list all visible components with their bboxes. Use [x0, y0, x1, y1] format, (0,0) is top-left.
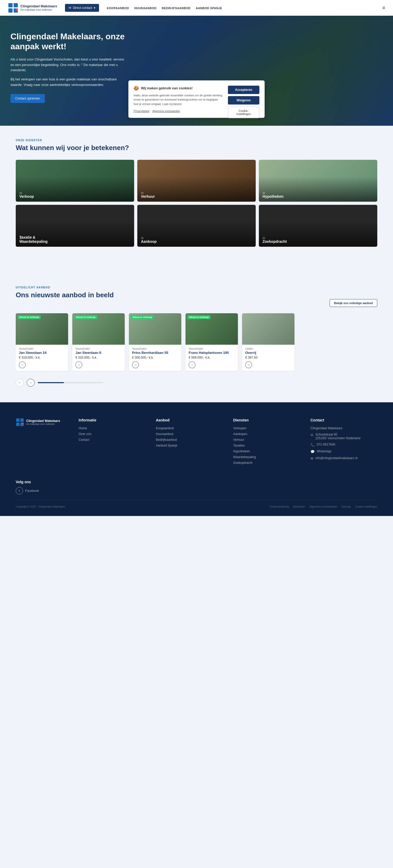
nav-koopaanbod[interactable]: Koopaanbod — [107, 6, 129, 10]
footer-link-verhuur[interactable]: Verhuur — [233, 438, 300, 442]
footer-link-huuraanbod[interactable]: Huuraanbod — [156, 432, 223, 436]
footer-contact-company: Clingendael Makelaars — [310, 426, 377, 430]
listing-street: Overrij — [245, 351, 291, 354]
facebook-icon: f — [16, 487, 23, 495]
listing-card-3[interactable]: Nieuw in verkoop Voorschoten Prins Bernh… — [129, 313, 181, 371]
cookie-reject-button[interactable]: Weigeren — [228, 96, 260, 104]
footer-phone-item[interactable]: 📞 071-5817640 — [310, 443, 377, 447]
footer-whatsapp: WhatsApp — [317, 450, 331, 453]
footer-link-waardebepaling[interactable]: Waardebepaling — [233, 455, 300, 459]
listing-image-2: Nieuw in verkoop — [72, 313, 125, 345]
listing-city: Leiden — [245, 347, 291, 350]
footer-disclaimer[interactable]: Disclaimer — [293, 505, 305, 508]
listing-arrow-button[interactable]: → — [19, 362, 26, 368]
footer-link-aanbod-spanje[interactable]: Aanbod Spanje — [156, 444, 223, 447]
terms-link[interactable]: Algemene voorwaarden — [152, 110, 180, 113]
hamburger-menu[interactable]: ≡ — [382, 5, 385, 11]
nav-bedrijfsaanbod[interactable]: Bedrijfsaanbod — [162, 6, 190, 10]
facebook-link[interactable]: f Facebook — [16, 487, 39, 495]
listing-card-5[interactable]: Leiden Overrij € 397.50 → — [242, 313, 295, 371]
hero-content: Clingendael Makelaars, onze aanpak werkt… — [0, 16, 136, 119]
svg-rect-0 — [8, 3, 12, 7]
footer-aanbod-list: Koopaanbod Huuraanbod Bedrijfsaanbod Aan… — [156, 426, 223, 447]
listings-header: Uitgelicht Aanbod Ons nieuwste aanbod in… — [16, 286, 377, 307]
footer-link-taxaties[interactable]: Taxaties — [233, 444, 300, 447]
view-all-button[interactable]: Bekijk ons volledige aanbod — [330, 299, 377, 307]
listing-badge: Nieuw in verkoop — [74, 315, 97, 319]
footer-whatsapp-item[interactable]: 💬 WhatsApp — [310, 450, 377, 454]
cookie-actions: Accepteren Weigeren Cookie-instellingen — [228, 86, 260, 118]
listing-street: Frans Halsplantsoen 195 — [189, 351, 235, 354]
service-card-hypotheken[interactable]: Hypotheken ⊙ — [259, 160, 377, 202]
footer-contact-title: Contact — [310, 418, 377, 422]
footer-link-bedrijfsaanbod[interactable]: Bedrijfsaanbod — [156, 438, 223, 442]
service-card-verhuur[interactable]: Verhuur ⊙ — [137, 160, 256, 202]
footer-link-over-ons[interactable]: Over ons — [79, 432, 145, 436]
footer-contact-address-item: ⊙ Schoolstraat 95 22518G Voorschoten Ned… — [310, 433, 377, 440]
carousel-prev-button[interactable]: ← — [16, 379, 24, 386]
listings-scroll: Nieuw in verkoop Voorschoten Jan Steenla… — [16, 313, 377, 373]
listing-arrow-button[interactable]: → — [132, 362, 139, 368]
listing-card-2[interactable]: Nieuw in verkoop Voorschoten Jan Steenla… — [72, 313, 125, 371]
service-card-label: Taxatie &Waardebepaling — [20, 235, 48, 244]
cookie-settings-button[interactable]: Cookie-instellingen — [228, 106, 260, 118]
circle-icon: ⊙ — [263, 191, 265, 195]
listing-badge: Nieuw in verkoop — [131, 315, 154, 319]
hero-cta-button[interactable]: Contact opnemen — [10, 94, 45, 103]
svg-rect-4 — [16, 8, 18, 10]
nav-aanbod-spanje[interactable]: Aanbod Spanje — [196, 6, 222, 10]
footer-bottom-links: Cookieverklaring Disclaimer Algemene voo… — [269, 505, 377, 508]
service-card-zoekopdracht[interactable]: Zoekopdracht ⊙ — [259, 205, 377, 247]
footer-aanbod-title: Aanbod — [156, 418, 223, 422]
listing-info-1: Voorschoten Jan Steenlaan 24 € 319.000,-… — [16, 345, 68, 371]
service-card-label: Aankoop — [141, 239, 157, 244]
service-card-aankoop[interactable]: Aankoop ⊙ — [137, 205, 256, 247]
footer-link-aankopen[interactable]: Aankopen — [233, 432, 300, 436]
footer-link-contact[interactable]: Contact — [79, 438, 145, 442]
listing-arrow-button[interactable]: → — [75, 362, 82, 368]
listing-info-3: Voorschoten Prins Bernhardlaan 55 € 300.… — [129, 345, 181, 371]
listing-image-1: Nieuw in verkoop — [16, 313, 68, 345]
direct-contact-button[interactable]: ✉ Direct contact ▾ — [65, 4, 99, 12]
footer-cookieverklaring[interactable]: Cookieverklaring — [269, 505, 289, 508]
footer-email-item[interactable]: ✉ info@clingendaelmakelaars.nl — [310, 456, 377, 461]
service-card-taxatie[interactable]: Taxatie &Waardebepaling ⊙ — [16, 205, 134, 247]
footer-algemene-voorwaarden[interactable]: Algemene voorwaarden — [309, 505, 337, 508]
listing-street: Jan Steenlaan 24 — [19, 351, 65, 354]
services-label: Onze Diensten — [16, 139, 377, 142]
footer-brand: Clingendael Makelaars De makelaar voor i… — [16, 418, 68, 467]
service-card-verkoop[interactable]: Verkoop ⊙ — [16, 160, 134, 202]
whatsapp-icon: 💬 — [310, 450, 315, 454]
footer-contact-company-name: Clingendael Makelaars — [310, 426, 342, 430]
listing-arrow-button[interactable]: → — [245, 362, 252, 368]
carousel-next-button[interactable]: → — [27, 379, 35, 386]
footer-link-zoekopdracht[interactable]: Zoekopdracht — [233, 461, 300, 465]
footer-tagline: De makelaar voor iedereen — [26, 423, 60, 425]
footer-cookie-instellingen[interactable]: Cookie-instellingen — [355, 505, 377, 508]
circle-icon: ⊙ — [141, 191, 144, 195]
footer-link-koopaanbod[interactable]: Koopaanbod — [156, 426, 223, 430]
svg-rect-8 — [21, 418, 24, 422]
listing-arrow-button[interactable]: → — [189, 362, 195, 368]
facebook-label: Facebook — [25, 489, 39, 493]
footer-link-verkopen[interactable]: Verkopen — [233, 426, 300, 430]
cookie-accept-button[interactable]: Accepteren — [228, 86, 260, 94]
social-section: Volg ons f Facebook — [16, 480, 377, 495]
privacy-link[interactable]: Privacybeleid — [133, 110, 149, 113]
listing-city: Voorschoten — [132, 347, 178, 350]
footer-sitemap[interactable]: Sitemap — [341, 505, 351, 508]
service-card-overlay — [137, 160, 256, 202]
logo[interactable]: Clingendael Makelaars De makelaar voor i… — [8, 3, 57, 13]
location-icon: ⊙ — [310, 433, 313, 437]
svg-rect-1 — [13, 3, 18, 7]
listing-card-1[interactable]: Nieuw in verkoop Voorschoten Jan Steenla… — [16, 313, 68, 371]
footer-col-contact: Contact Clingendael Makelaars ⊙ Schoolst… — [310, 418, 377, 467]
footer-link-home[interactable]: Home — [79, 426, 145, 430]
services-title: Wat kunnen wij voor je betekenen? — [16, 144, 377, 152]
nav-huuraanbod[interactable]: Huuraanbod — [134, 6, 156, 10]
listing-card-4[interactable]: Nieuw in verkoop Voorschoten Frans Halsp… — [185, 313, 238, 371]
service-card-label: Verkoop — [20, 194, 34, 198]
footer-informatie-list: Home Over ons Contact — [79, 426, 145, 442]
footer-link-hypotheken[interactable]: Hypotheken — [233, 450, 300, 453]
carousel-controls: ← → — [16, 379, 377, 386]
